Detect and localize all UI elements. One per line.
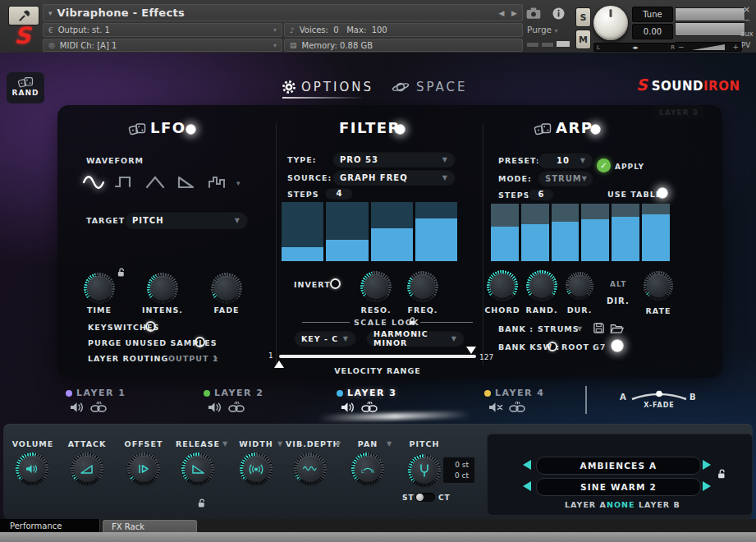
collapse-caret-icon[interactable]: ▾ [48, 9, 53, 17]
arp-step-table[interactable] [491, 204, 670, 261]
tab-performance[interactable]: Performance [0, 519, 100, 532]
arp-power-toggle[interactable] [590, 124, 601, 135]
arp-steps-value[interactable]: 6 [528, 188, 554, 200]
layer-routing-value[interactable]: OUTPUT 1 [168, 354, 218, 363]
time-lock-icon[interactable] [116, 267, 126, 278]
scale-lock-icon[interactable] [407, 316, 417, 326]
preset-select[interactable]: 10 ▼ [538, 152, 593, 168]
volume-minus[interactable]: − [678, 43, 685, 51]
layer3-link-icon[interactable] [360, 401, 378, 414]
selector-b-prev-arrow[interactable] [523, 481, 531, 491]
pitch-value-box[interactable]: 0 st 0 ct [442, 457, 475, 484]
layer3-tab[interactable]: LAYER 3 [347, 388, 396, 398]
graph-step[interactable] [415, 202, 457, 261]
solo-button[interactable]: S [575, 7, 591, 27]
layer1-speaker-icon[interactable] [69, 401, 85, 414]
invert-toggle[interactable] [330, 278, 341, 289]
filter-steps-value[interactable]: 4 [325, 187, 353, 200]
selector-lock-icon[interactable] [716, 468, 727, 480]
mode-select[interactable]: STRUM ▼ [538, 170, 593, 186]
pan-knob[interactable]: LR [351, 452, 384, 485]
pan-slider[interactable]: L ◂▸ R [593, 43, 678, 52]
lfo-power-toggle[interactable] [186, 124, 196, 135]
bank-save-icon[interactable] [593, 322, 605, 334]
tab-space[interactable]: SPACE [392, 79, 474, 100]
close-button[interactable]: × [743, 4, 750, 15]
target-select[interactable]: PITCH ▼ [125, 211, 248, 229]
purge-unused-toggle[interactable] [195, 337, 205, 347]
arp-rand-knob[interactable] [526, 270, 557, 301]
apply-check-button[interactable]: ✓ [597, 158, 611, 172]
minimize-button[interactable]: — [743, 16, 750, 24]
graph-step[interactable] [326, 202, 368, 261]
graph-step[interactable] [491, 204, 519, 261]
midi-row[interactable]: ◎ MIDI Ch: [A] 1 ▾ [43, 39, 282, 52]
bank-caret-icon[interactable]: ▼ [577, 325, 582, 333]
filter-power-toggle[interactable] [395, 124, 405, 135]
volume-knob[interactable] [16, 452, 48, 485]
none-option[interactable]: NONE [607, 500, 635, 509]
waveform-more-caret-icon[interactable]: ▾ [236, 179, 241, 187]
filter-reso-knob[interactable] [360, 271, 392, 302]
filter-source-select[interactable]: GRAPH FREQ ▼ [332, 169, 456, 186]
arp-dur-knob[interactable] [566, 272, 593, 300]
waveform-square-icon[interactable] [113, 173, 135, 191]
lfo-fade-knob[interactable] [211, 273, 242, 304]
next-instrument-icon[interactable]: ▶ [511, 9, 517, 17]
output-caret-icon[interactable]: ▾ [273, 26, 277, 34]
velocity-low-handle[interactable] [274, 361, 284, 368]
scale-select[interactable]: HARMONIC MINOR ▼ [366, 330, 465, 347]
waveform-triangle-icon[interactable] [144, 173, 166, 191]
layer-b-option[interactable]: LAYER B [639, 500, 680, 509]
layer-a-option[interactable]: LAYER A [565, 500, 607, 509]
st-ct-toggle[interactable] [415, 493, 435, 502]
xfade-slider[interactable] [630, 388, 688, 402]
graph-step[interactable] [581, 204, 609, 261]
randomize-button[interactable]: RAND [7, 72, 44, 103]
use-table-toggle[interactable] [657, 187, 668, 199]
bank-load-folder-icon[interactable] [610, 323, 624, 334]
attack-knob[interactable] [71, 452, 103, 485]
waveform-sine-icon[interactable] [81, 173, 106, 191]
graph-step[interactable] [371, 202, 413, 261]
selector-a-field[interactable]: AMBIENCES A [536, 457, 701, 475]
selector-a-next-arrow[interactable] [703, 460, 711, 470]
pitch-knob[interactable] [408, 454, 441, 487]
graph-step[interactable] [282, 202, 323, 261]
tune-knob[interactable] [593, 6, 628, 40]
layer4-tab[interactable]: LAYER 4 [495, 388, 544, 398]
vibdepth-caret-icon[interactable]: ▼ [336, 440, 341, 448]
waveform-saw-icon[interactable] [176, 173, 197, 191]
waveform-random-icon[interactable] [207, 173, 230, 191]
velocity-high-handle[interactable] [466, 347, 476, 354]
bank-ksw-toggle[interactable] [548, 342, 557, 351]
aux-button[interactable]: aux [740, 30, 754, 38]
layer1-tab[interactable]: LAYER 1 [76, 388, 126, 398]
release-knob[interactable] [181, 452, 214, 485]
root-note-button[interactable] [611, 339, 624, 352]
filter-step-graph[interactable] [282, 202, 457, 261]
tab-options[interactable]: OPTIONS [282, 79, 373, 100]
selector-a-prev-arrow[interactable] [523, 460, 531, 470]
width-caret-icon[interactable]: ▼ [277, 440, 282, 448]
layer3-speaker-icon[interactable] [340, 401, 356, 414]
prev-instrument-icon[interactable]: ◀ [499, 9, 505, 17]
volume-plus[interactable]: + [732, 43, 739, 51]
root-value[interactable]: G7 [593, 342, 606, 351]
midi-caret-icon[interactable]: ▾ [273, 42, 277, 49]
instrument-title-bar[interactable]: ▾ Vibraphone - Effects ◀ ▶ [43, 4, 523, 21]
selector-b-field[interactable]: SINE WARM 2 [536, 478, 701, 496]
selector-b-next-arrow[interactable] [703, 481, 711, 491]
pan-caret-icon[interactable]: ▼ [387, 440, 392, 448]
tune-value-box[interactable]: 0.00 [632, 24, 673, 39]
arp-dice-icon[interactable] [534, 122, 552, 136]
graph-step[interactable] [552, 204, 580, 261]
layer2-tab[interactable]: LAYER 2 [214, 388, 263, 398]
filter-type-select[interactable]: PRO 53 ▼ [332, 151, 456, 168]
arp-dir-selector[interactable]: DIR. [607, 296, 630, 305]
layer4-speaker-muted-icon[interactable] [488, 401, 504, 414]
lfo-intensity-knob[interactable] [147, 273, 178, 304]
output-value[interactable]: st. 1 [92, 25, 110, 34]
velocity-range-slider[interactable] [279, 355, 476, 358]
tab-fx-rack[interactable]: FX Rack [103, 520, 197, 532]
